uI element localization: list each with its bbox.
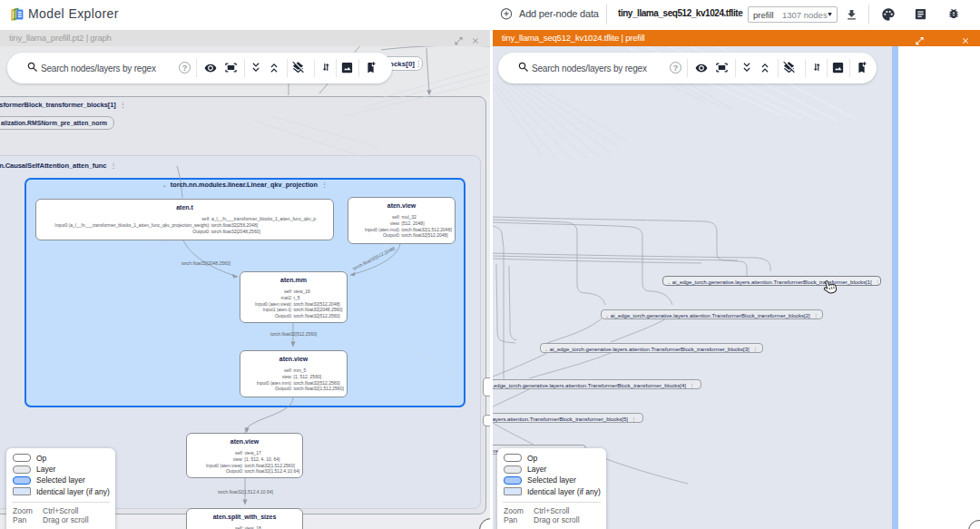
svg-text:torch.float32[512,2560]: torch.float32[512,2560] (270, 331, 318, 337)
svg-text:torch.float32[2048,2560]: torch.float32[2048,2560] (181, 260, 231, 266)
svg-text:torch.float32[1,512,4,10,64]: torch.float32[1,512,4,10,64] (218, 489, 273, 495)
